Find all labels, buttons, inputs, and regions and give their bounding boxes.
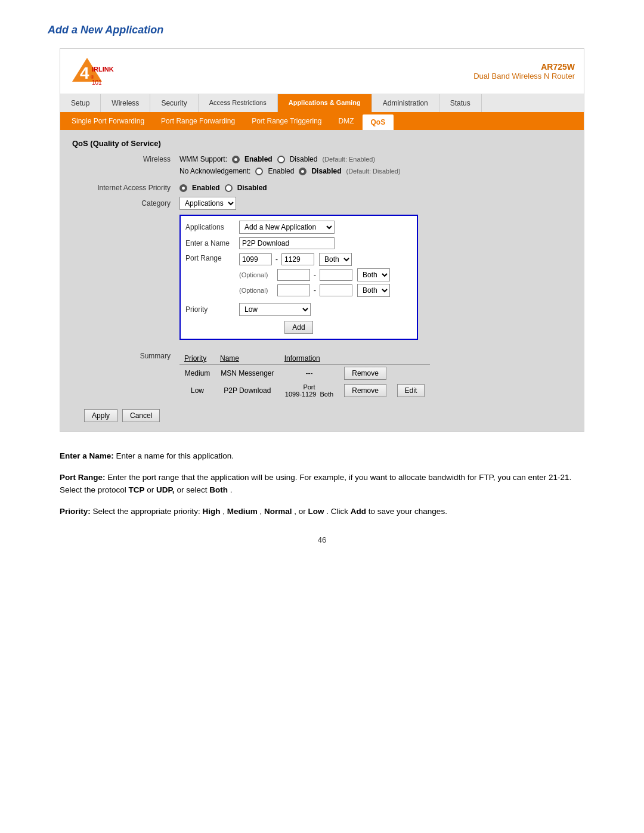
- subnav-qos[interactable]: QoS: [363, 114, 394, 130]
- no-ack-enabled-label: Enabled: [268, 167, 294, 175]
- enter-name-bold: Enter a Name:: [60, 451, 114, 460]
- normal-bold: Normal: [264, 507, 292, 516]
- priority-select[interactable]: Low Normal Medium High: [239, 303, 311, 316]
- cancel-button[interactable]: Cancel: [122, 409, 160, 422]
- port-to-2[interactable]: [320, 269, 352, 281]
- category-select[interactable]: Applications: [179, 197, 236, 210]
- port-row-1: - Both TCP UDP: [239, 253, 390, 266]
- logo-area: 4 IRLINK ® 101: [69, 55, 117, 88]
- medium-bold: Medium: [227, 507, 258, 516]
- row2-edit-button[interactable]: Edit: [397, 384, 425, 397]
- no-ack-disabled-label: Disabled: [311, 167, 341, 175]
- row2-remove-cell: Remove: [339, 382, 392, 400]
- wmm-enabled-radio-filled: [232, 156, 240, 163]
- nav-setup[interactable]: Setup: [60, 94, 101, 112]
- wmm-support-row: WMM Support: Enabled Disabled (Default: …: [179, 155, 401, 163]
- description-section: Enter a Name: Enter a name for this appl…: [60, 450, 584, 518]
- app-dropdown-row: Applications Add a New Application: [185, 221, 412, 234]
- subnav-port-range-trigger[interactable]: Port Range Triggering: [243, 113, 330, 130]
- qos-section-title: QoS (Quality of Service): [72, 139, 572, 148]
- iap-toggle: Enabled Disabled: [179, 184, 267, 192]
- row1-info: ---: [280, 365, 339, 382]
- main-nav: Setup Wireless Security Access Restricti…: [60, 94, 584, 113]
- port-row-3: (Optional) - Both TCP UDP: [239, 284, 390, 297]
- enter-name-text: Enter a name for this application.: [116, 451, 234, 460]
- port-range-bold: Port Range:: [60, 473, 106, 482]
- router-desc: Dual Band Wireless N Router: [473, 72, 575, 80]
- apply-cancel-row: Apply Cancel: [84, 409, 572, 422]
- subnav-port-range-fwd[interactable]: Port Range Forwarding: [153, 113, 243, 130]
- port-range-section: Port Range - Both TCP UDP: [185, 253, 412, 299]
- no-ack-enabled-radio-empty: [255, 168, 263, 175]
- priority-label: Priority: [185, 305, 239, 314]
- applications-box: Applications Add a New Application Enter…: [179, 215, 418, 340]
- protocol-select-1[interactable]: Both TCP UDP: [319, 253, 352, 266]
- priority-desc: Priority: Select the appropriate priorit…: [60, 505, 584, 518]
- enter-name-row: Enter a Name: [185, 237, 412, 249]
- row2-name: P2P Download: [215, 382, 280, 400]
- category-value: Applications: [179, 197, 236, 210]
- iap-disabled-label: Disabled: [237, 184, 267, 192]
- enter-name-desc: Enter a Name: Enter a name for this appl…: [60, 450, 584, 463]
- port-to-3[interactable]: [320, 284, 352, 296]
- wmm-default-label: (Default: Enabled): [322, 156, 375, 163]
- router-header: 4 IRLINK ® 101 AR725W Dual Band Wireless…: [60, 49, 584, 94]
- priority-text1: Select the appropriate priority:: [93, 507, 203, 516]
- sub-nav: Single Port Forwarding Port Range Forwar…: [60, 113, 584, 130]
- row1-name: MSN Messenger: [215, 365, 280, 382]
- enter-name-input[interactable]: [239, 237, 335, 249]
- wmm-disabled-radio-empty: [277, 156, 285, 163]
- router-title: AR725W Dual Band Wireless N Router: [473, 62, 575, 80]
- nav-access-restrictions[interactable]: Access Restrictions: [199, 94, 278, 112]
- col-priority: Priority: [179, 352, 215, 365]
- row1-edit-cell: [392, 365, 430, 382]
- router-frame: 4 IRLINK ® 101 AR725W Dual Band Wireless…: [60, 48, 584, 432]
- table-row: Medium MSN Messenger --- Remove: [179, 365, 430, 382]
- both-bold: Both: [209, 485, 228, 494]
- row2-info: Port1099-1129 Both: [280, 382, 339, 400]
- add-button[interactable]: Add: [284, 321, 312, 334]
- table-row: Low P2P Download Port1099-1129 Both Remo…: [179, 382, 430, 400]
- nav-applications-gaming[interactable]: Applications & Gaming: [278, 94, 372, 112]
- dash-1: -: [274, 255, 279, 264]
- row1-remove-button[interactable]: Remove: [344, 367, 386, 380]
- high-bold: High: [202, 507, 220, 516]
- summary-row: Summary Priority Name Information: [84, 349, 572, 400]
- applications-select[interactable]: Add a New Application: [239, 221, 335, 234]
- nav-status[interactable]: Status: [439, 94, 482, 112]
- priority-text3: ,: [259, 507, 264, 516]
- priority-bold: Priority:: [60, 507, 91, 516]
- iap-disabled-radio[interactable]: [225, 184, 233, 192]
- protocol-select-3[interactable]: Both TCP UDP: [357, 284, 390, 297]
- row2-remove-button[interactable]: Remove: [344, 384, 386, 397]
- low-bold: Low: [308, 507, 324, 516]
- nav-wireless[interactable]: Wireless: [101, 94, 150, 112]
- wmm-support-label: WMM Support:: [179, 155, 227, 163]
- iap-enabled-radio[interactable]: [179, 184, 187, 192]
- apply-button[interactable]: Apply: [84, 409, 117, 422]
- port-row-2: (Optional) - Both TCP UDP: [239, 268, 390, 281]
- optional-label-2: (Optional): [239, 271, 275, 278]
- port-range-inputs: - Both TCP UDP (Optional): [239, 253, 390, 299]
- port-from-2[interactable]: [277, 269, 310, 281]
- port-from-1[interactable]: [239, 253, 272, 265]
- nav-security[interactable]: Security: [150, 94, 198, 112]
- protocol-select-2[interactable]: Both TCP UDP: [357, 268, 390, 281]
- port-from-3[interactable]: [277, 284, 310, 296]
- svg-text:IRLINK: IRLINK: [92, 66, 114, 73]
- priority-text4: , or: [294, 507, 308, 516]
- svg-text:4: 4: [80, 64, 89, 82]
- priority-text5: . Click: [326, 507, 351, 516]
- wireless-settings: WMM Support: Enabled Disabled (Default: …: [179, 155, 401, 175]
- summary-table-container: Priority Name Information Medium MSN Mes…: [179, 349, 430, 400]
- subnav-dmz[interactable]: DMZ: [330, 113, 363, 130]
- nav-administration[interactable]: Administration: [372, 94, 439, 112]
- row1-priority: Medium: [179, 365, 215, 382]
- row2-edit-cell: Edit: [392, 382, 430, 400]
- subnav-single-port[interactable]: Single Port Forwarding: [63, 113, 153, 130]
- port-to-1[interactable]: [281, 253, 314, 265]
- port-range-text2: or: [147, 485, 156, 494]
- category-row: Category Applications: [84, 197, 572, 210]
- app-dropdown-label: Applications: [185, 223, 239, 231]
- port-range-text3: or select: [177, 485, 209, 494]
